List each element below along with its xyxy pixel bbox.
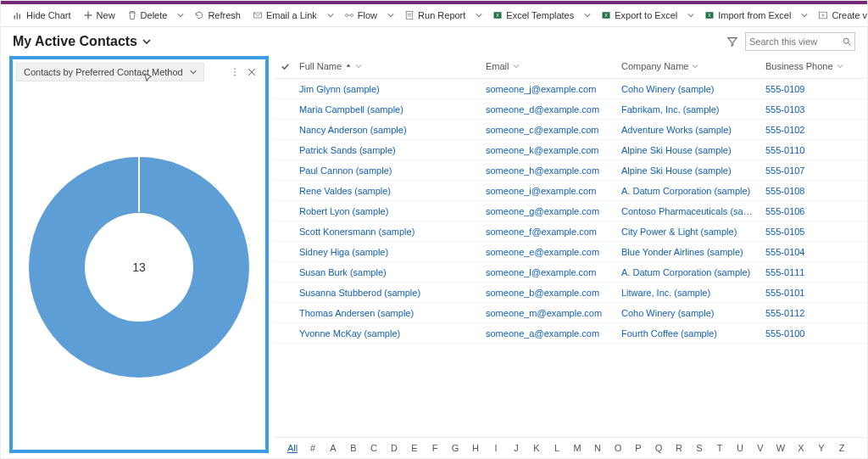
- alpha-filter[interactable]: F: [425, 443, 445, 453]
- email-link-button[interactable]: Email a Link: [248, 8, 322, 23]
- table-row[interactable]: Thomas Andersen (sample)someone_m@exampl…: [274, 303, 867, 323]
- email-link-split-chevron[interactable]: [324, 8, 337, 23]
- cell-phone[interactable]: 555-0100: [762, 327, 855, 340]
- export-excel-split-chevron[interactable]: [684, 8, 698, 23]
- cell-fullname[interactable]: Robert Lyon (sample): [296, 204, 482, 218]
- alpha-filter[interactable]: W: [771, 443, 791, 453]
- cell-company[interactable]: Alpine Ski House (sample): [618, 164, 762, 177]
- cell-phone[interactable]: 555-0101: [762, 286, 855, 299]
- hide-chart-button[interactable]: Hide Chart: [8, 8, 76, 23]
- alpha-filter[interactable]: T: [709, 443, 730, 453]
- cell-company[interactable]: Fabrikam, Inc. (sample): [618, 103, 762, 116]
- cell-phone[interactable]: 555-0106: [762, 204, 855, 218]
- cell-email[interactable]: someone_c@example.com: [482, 123, 618, 137]
- chart-more-button[interactable]: [226, 64, 243, 81]
- run-report-split-chevron[interactable]: [472, 8, 486, 23]
- cell-email[interactable]: someone_k@example.com: [482, 143, 618, 157]
- cell-company[interactable]: A. Datum Corporation (sample): [618, 184, 762, 198]
- cell-email[interactable]: someone_e@example.com: [482, 245, 618, 259]
- cell-phone[interactable]: 555-0110: [762, 143, 855, 157]
- cell-phone[interactable]: 555-0107: [762, 164, 855, 177]
- cell-email[interactable]: someone_b@example.com: [482, 286, 618, 299]
- cell-company[interactable]: Adventure Works (sample): [618, 123, 762, 137]
- cell-email[interactable]: someone_a@example.com: [482, 327, 618, 340]
- cell-email[interactable]: someone_h@example.com: [482, 164, 618, 177]
- alpha-filter[interactable]: M: [567, 443, 587, 453]
- alpha-filter[interactable]: U: [730, 443, 750, 453]
- delete-button[interactable]: Delete: [122, 8, 173, 23]
- alpha-filter[interactable]: O: [608, 443, 628, 453]
- cell-fullname[interactable]: Paul Cannon (sample): [296, 164, 482, 177]
- select-all-checkbox[interactable]: [274, 62, 296, 71]
- cell-email[interactable]: someone_j@example.com: [482, 82, 618, 96]
- cell-company[interactable]: Fourth Coffee (sample): [618, 327, 762, 340]
- new-button[interactable]: New: [78, 8, 120, 23]
- cell-email[interactable]: someone_l@example.com: [482, 266, 618, 279]
- cell-fullname[interactable]: Susan Burk (sample): [296, 266, 482, 279]
- cell-email[interactable]: someone_m@example.com: [482, 306, 618, 320]
- col-header-phone[interactable]: Business Phone: [762, 58, 855, 75]
- cell-company[interactable]: Coho Winery (sample): [618, 82, 762, 96]
- cell-fullname[interactable]: Sidney Higa (sample): [296, 245, 482, 259]
- create-view-button[interactable]: Create view: [813, 8, 868, 23]
- chart-selector-dropdown[interactable]: Contacts by Preferred Contact Method: [16, 63, 204, 81]
- cell-company[interactable]: Alpine Ski House (sample): [618, 143, 762, 157]
- delete-split-chevron[interactable]: [174, 8, 187, 23]
- grid-body[interactable]: Jim Glynn (sample)someone_j@example.comC…: [274, 79, 867, 437]
- alpha-filter[interactable]: #: [303, 443, 323, 453]
- cell-fullname[interactable]: Jim Glynn (sample): [296, 82, 482, 96]
- alpha-filter[interactable]: B: [343, 443, 364, 453]
- cell-company[interactable]: Coho Winery (sample): [618, 306, 762, 320]
- cell-phone[interactable]: 555-0111: [762, 266, 855, 279]
- alpha-filter[interactable]: All: [282, 443, 303, 453]
- search-input[interactable]: [745, 32, 855, 51]
- alpha-filter[interactable]: A: [323, 443, 343, 453]
- alpha-filter[interactable]: J: [506, 443, 526, 453]
- table-row[interactable]: Scott Konersmann (sample)someone_f@examp…: [274, 221, 867, 242]
- cell-phone[interactable]: 555-0103: [762, 103, 855, 116]
- cell-company[interactable]: Litware, Inc. (sample): [618, 286, 762, 299]
- cell-phone[interactable]: 555-0112: [762, 306, 855, 320]
- filter-button[interactable]: [726, 36, 738, 48]
- alpha-filter[interactable]: Y: [811, 443, 832, 453]
- import-excel-button[interactable]: X Import from Excel: [699, 8, 796, 23]
- table-row[interactable]: Susanna Stubberod (sample)someone_b@exam…: [274, 283, 867, 303]
- cell-phone[interactable]: 555-0105: [762, 225, 855, 238]
- alpha-filter[interactable]: L: [547, 443, 567, 453]
- alpha-filter[interactable]: Z: [832, 443, 852, 453]
- col-header-email[interactable]: Email: [482, 58, 618, 75]
- cell-phone[interactable]: 555-0109: [762, 82, 855, 96]
- table-row[interactable]: Susan Burk (sample)someone_l@example.com…: [274, 262, 867, 283]
- cell-email[interactable]: someone_f@example.com: [482, 225, 618, 238]
- col-header-company[interactable]: Company Name: [618, 58, 762, 75]
- cell-fullname[interactable]: Scott Konersmann (sample): [296, 225, 482, 238]
- alpha-filter[interactable]: P: [628, 443, 648, 453]
- alpha-filter[interactable]: V: [750, 443, 771, 453]
- col-header-fullname[interactable]: Full Name: [296, 58, 482, 75]
- cell-fullname[interactable]: Maria Campbell (sample): [296, 103, 482, 116]
- alpha-filter[interactable]: I: [486, 443, 506, 453]
- cell-company[interactable]: A. Datum Corporation (sample): [618, 266, 762, 279]
- cell-fullname[interactable]: Nancy Anderson (sample): [296, 123, 482, 137]
- cell-company[interactable]: Blue Yonder Airlines (sample): [618, 245, 762, 259]
- alpha-filter[interactable]: K: [526, 443, 547, 453]
- export-excel-button[interactable]: X Export to Excel: [596, 8, 682, 23]
- run-report-button[interactable]: Run Report: [399, 8, 470, 23]
- alpha-filter[interactable]: X: [791, 443, 811, 453]
- flow-button[interactable]: Flow: [339, 8, 382, 23]
- alpha-filter[interactable]: H: [465, 443, 486, 453]
- table-row[interactable]: Yvonne McKay (sample)someone_a@example.c…: [274, 323, 867, 344]
- alpha-filter[interactable]: R: [669, 443, 689, 453]
- cell-fullname[interactable]: Yvonne McKay (sample): [296, 327, 482, 340]
- cell-phone[interactable]: 555-0104: [762, 245, 855, 259]
- table-row[interactable]: Jim Glynn (sample)someone_j@example.comC…: [274, 79, 867, 99]
- alpha-filter[interactable]: N: [587, 443, 608, 453]
- cell-fullname[interactable]: Rene Valdes (sample): [296, 184, 482, 198]
- alpha-filter[interactable]: Q: [648, 443, 669, 453]
- donut-chart[interactable]: 13: [29, 157, 249, 378]
- cell-fullname[interactable]: Thomas Andersen (sample): [296, 306, 482, 320]
- refresh-button[interactable]: Refresh: [189, 8, 246, 23]
- cell-fullname[interactable]: Patrick Sands (sample): [296, 143, 482, 157]
- view-selector[interactable]: My Active Contacts: [13, 34, 151, 49]
- excel-templates-button[interactable]: X Excel Templates: [487, 8, 579, 23]
